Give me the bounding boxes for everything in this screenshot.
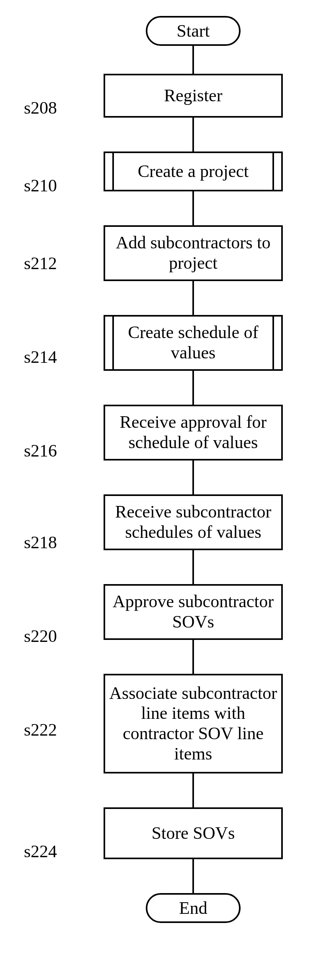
step-label-s214: s214 xyxy=(24,347,57,367)
step-s216: Receive approval for schedule of values xyxy=(104,405,283,460)
step-text: Associate subcontractor line items with … xyxy=(109,683,277,764)
flow-column: Start Register Create a project Add subc… xyxy=(104,16,283,923)
connector xyxy=(192,371,194,405)
step-label-s212: s212 xyxy=(24,253,57,274)
step-s222: Associate subcontractor line items with … xyxy=(104,674,283,773)
end-text: End xyxy=(179,898,208,918)
flowchart: s208 s210 s212 s214 s216 s218 s220 s222 … xyxy=(0,0,331,980)
start-terminal: Start xyxy=(146,16,241,46)
step-text: Approve subcontractor SOVs xyxy=(109,592,277,632)
start-text: Start xyxy=(176,21,210,41)
step-text: Store SOVs xyxy=(151,823,235,844)
step-label-s208: s208 xyxy=(24,98,57,118)
step-s220: Approve subcontractor SOVs xyxy=(104,584,283,640)
step-s208: Register xyxy=(104,74,283,118)
connector xyxy=(192,191,194,225)
step-text: Register xyxy=(164,86,223,106)
end-terminal: End xyxy=(146,893,241,923)
connector xyxy=(192,281,194,315)
connector xyxy=(192,859,194,893)
step-label-s210: s210 xyxy=(24,175,57,196)
connector xyxy=(192,460,194,494)
connector xyxy=(192,46,194,74)
step-s218: Receive subcontractor schedules of value… xyxy=(104,494,283,550)
connector xyxy=(192,118,194,152)
step-label-s222: s222 xyxy=(24,720,57,740)
step-label-s218: s218 xyxy=(24,532,57,553)
step-text: Receive approval for schedule of values xyxy=(109,412,277,453)
step-label-s220: s220 xyxy=(24,626,57,646)
connector xyxy=(192,550,194,584)
step-label-s216: s216 xyxy=(24,441,57,461)
step-text: Receive subcontractor schedules of value… xyxy=(109,502,277,542)
connector xyxy=(192,640,194,674)
step-text: Add subcontractors to project xyxy=(109,233,277,273)
step-s210: Create a project xyxy=(104,152,283,191)
connector xyxy=(192,773,194,807)
step-s224: Store SOVs xyxy=(104,807,283,859)
step-s212: Add subcontractors to project xyxy=(104,225,283,281)
step-text: Create schedule of values xyxy=(109,323,277,363)
step-text: Create a project xyxy=(138,161,249,182)
step-label-s224: s224 xyxy=(24,841,57,862)
step-s214: Create schedule of values xyxy=(104,315,283,371)
